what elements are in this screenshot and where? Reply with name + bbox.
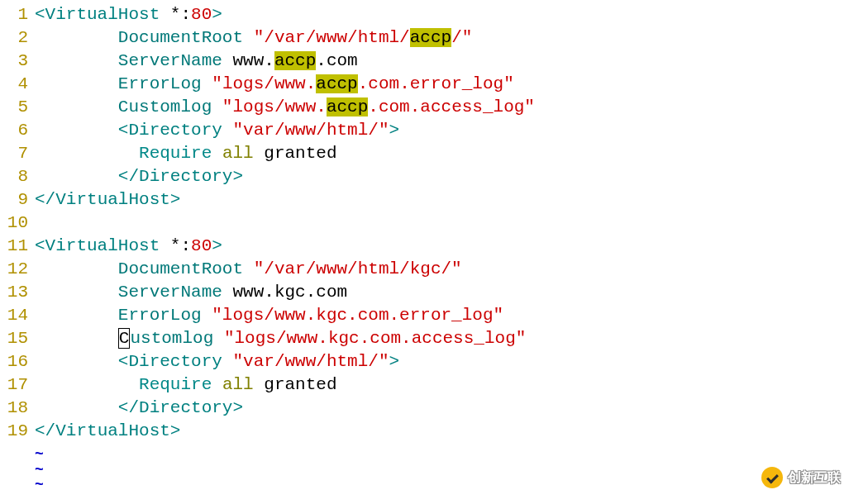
line-number: 18 <box>0 397 28 420</box>
watermark-text: 创新互联 <box>788 466 841 489</box>
watermark: 创新互联 <box>761 466 841 489</box>
line-number: 11 <box>0 235 28 258</box>
code-body[interactable]: <VirtualHost *:80> DocumentRoot "/var/ww… <box>35 3 849 489</box>
code-line: ServerName www.accp.com <box>35 50 849 73</box>
code-line: </Directory> <box>35 165 849 188</box>
tilde-icon: ~ <box>35 473 849 489</box>
tilde-icon: ~ <box>35 443 849 459</box>
line-number: 7 <box>0 142 28 165</box>
empty-lines: ~ ~ ~ <box>35 443 849 489</box>
code-line: DocumentRoot "/var/www/html/kgc/" <box>35 258 849 281</box>
search-highlight: accp <box>274 51 316 70</box>
line-number: 17 <box>0 373 28 397</box>
code-line: </VirtualHost> <box>35 420 849 443</box>
code-line: DocumentRoot "/var/www/html/accp/" <box>35 26 849 50</box>
code-line: ErrorLog "logs/www.kgc.com.error_log" <box>35 304 849 327</box>
code-line: Customlog "logs/www.kgc.com.access_log" <box>35 327 849 350</box>
code-line: <Directory "var/www/html/"> <box>35 350 849 373</box>
code-line: <VirtualHost *:80> <box>35 235 849 258</box>
search-highlight: accp <box>316 74 357 93</box>
check-icon <box>761 467 783 488</box>
line-number-gutter: 1 2 3 4 5 6 7 8 9 10 11 12 13 14 15 16 1… <box>0 3 35 489</box>
code-line: Require all granted <box>35 142 849 165</box>
line-number: 9 <box>0 188 28 212</box>
code-line: ErrorLog "logs/www.accp.com.error_log" <box>35 73 849 96</box>
search-highlight: accp <box>327 97 368 116</box>
tilde-icon: ~ <box>35 459 849 474</box>
code-line: </VirtualHost> <box>35 188 849 212</box>
code-line: <Directory "var/www/html/"> <box>35 119 849 142</box>
code-line: Customlog "logs/www.accp.com.access_log" <box>35 96 849 119</box>
line-number: 14 <box>0 304 28 327</box>
line-number: 4 <box>0 73 28 96</box>
line-number: 19 <box>0 420 28 443</box>
line-number: 2 <box>0 26 28 50</box>
line-number: 3 <box>0 50 28 73</box>
line-number: 12 <box>0 258 28 281</box>
line-number: 5 <box>0 96 28 119</box>
line-number: 10 <box>0 212 28 235</box>
line-number: 6 <box>0 119 28 142</box>
code-line: </Directory> <box>35 397 849 420</box>
code-line: Require all granted <box>35 373 849 397</box>
search-highlight: accp <box>410 28 451 47</box>
code-line <box>35 212 849 235</box>
code-line: <VirtualHost *:80> <box>35 3 849 26</box>
text-cursor: C <box>118 328 131 349</box>
line-number: 16 <box>0 350 28 373</box>
line-number: 15 <box>0 327 28 350</box>
code-editor[interactable]: 1 2 3 4 5 6 7 8 9 10 11 12 13 14 15 16 1… <box>0 0 849 489</box>
code-line: ServerName www.kgc.com <box>35 281 849 304</box>
line-number: 13 <box>0 281 28 304</box>
line-number: 1 <box>0 3 28 26</box>
line-number: 8 <box>0 165 28 188</box>
